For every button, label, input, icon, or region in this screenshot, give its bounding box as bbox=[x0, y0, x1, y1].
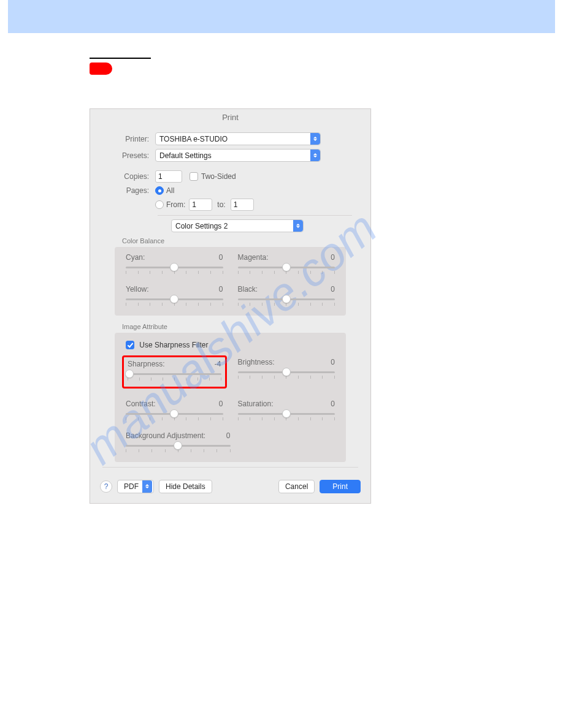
print-label: Print bbox=[332, 482, 348, 491]
two-sided-label: Two-Sided bbox=[201, 172, 236, 181]
pages-all-label: All bbox=[166, 186, 174, 195]
background-value: 0 bbox=[226, 431, 231, 440]
slider-thumb[interactable] bbox=[170, 295, 178, 303]
slider-thumb[interactable] bbox=[282, 368, 291, 376]
print-button[interactable]: Print bbox=[320, 480, 361, 493]
use-sharpness-label: Use Sharpness Filter bbox=[139, 341, 208, 349]
cyan-label: Cyan: bbox=[126, 253, 219, 262]
magenta-label: Magenta: bbox=[238, 253, 331, 262]
help-button[interactable]: ? bbox=[100, 480, 112, 493]
cyan-value: 0 bbox=[219, 253, 223, 262]
brightness-value: 0 bbox=[331, 358, 335, 366]
saturation-slider[interactable] bbox=[238, 413, 335, 415]
section-value: Color Settings 2 bbox=[175, 222, 228, 230]
magenta-value: 0 bbox=[331, 253, 335, 262]
two-sided-checkbox[interactable] bbox=[190, 172, 198, 181]
color-balance-panel: Cyan:0 Magenta:0 Yellow:0 bbox=[115, 247, 346, 316]
slider-thumb[interactable] bbox=[282, 409, 291, 418]
copies-label: Copies: bbox=[100, 172, 155, 181]
printer-label: Printer: bbox=[100, 135, 155, 143]
slider-thumb[interactable] bbox=[170, 409, 178, 418]
slider-thumb[interactable] bbox=[282, 295, 291, 303]
copies-input[interactable] bbox=[155, 170, 182, 183]
pages-to-label: to: bbox=[212, 200, 230, 209]
image-attribute-panel: Use Sharpness Filter Sharpness:-4 Bright… bbox=[115, 333, 346, 462]
red-highlight-box bbox=[90, 63, 112, 75]
printer-value: TOSHIBA e-STUDIO bbox=[159, 135, 228, 143]
top-banner bbox=[8, 0, 555, 33]
chevron-down-icon bbox=[142, 480, 152, 493]
pdf-button[interactable]: PDF bbox=[117, 480, 154, 493]
pages-from-label: From: bbox=[166, 200, 185, 209]
presets-value: Default Settings bbox=[159, 151, 212, 160]
pages-to-input[interactable] bbox=[231, 199, 254, 211]
heading-underline bbox=[90, 58, 151, 59]
sharpness-label: Sharpness: bbox=[128, 360, 215, 368]
updown-icon bbox=[310, 150, 320, 161]
cancel-label: Cancel bbox=[285, 482, 308, 491]
yellow-slider[interactable] bbox=[126, 298, 223, 300]
pages-from-radio[interactable] bbox=[155, 200, 164, 209]
background-slider[interactable] bbox=[126, 445, 231, 447]
yellow-label: Yellow: bbox=[126, 285, 219, 294]
hide-details-button[interactable]: Hide Details bbox=[159, 480, 212, 493]
slider-thumb[interactable] bbox=[170, 263, 178, 271]
image-attribute-heading: Image Attribute bbox=[122, 323, 346, 330]
cancel-button[interactable]: Cancel bbox=[278, 480, 315, 493]
printer-select[interactable]: TOSHIBA e-STUDIO bbox=[155, 132, 321, 145]
brightness-slider[interactable] bbox=[238, 371, 335, 373]
dialog-title: Print bbox=[90, 109, 370, 131]
magenta-slider[interactable] bbox=[238, 267, 335, 268]
sharpness-slider[interactable] bbox=[128, 373, 221, 375]
sharpness-highlight: Sharpness:-4 bbox=[122, 355, 227, 389]
saturation-label: Saturation: bbox=[238, 400, 331, 408]
presets-select[interactable]: Default Settings bbox=[155, 149, 321, 162]
black-slider[interactable] bbox=[238, 298, 335, 300]
cyan-slider[interactable] bbox=[126, 267, 223, 268]
pages-all-radio[interactable] bbox=[155, 186, 164, 195]
brightness-label: Brightness: bbox=[238, 358, 331, 366]
pages-label: Pages: bbox=[100, 186, 155, 195]
yellow-value: 0 bbox=[219, 285, 223, 294]
sharpness-value: -4 bbox=[215, 360, 221, 368]
color-balance-heading: Color Balance bbox=[122, 237, 346, 245]
slider-thumb[interactable] bbox=[125, 370, 134, 378]
section-select[interactable]: Color Settings 2 bbox=[171, 219, 304, 232]
contrast-slider[interactable] bbox=[126, 413, 223, 415]
black-value: 0 bbox=[331, 285, 335, 294]
pages-from-input[interactable] bbox=[189, 199, 212, 211]
saturation-value: 0 bbox=[331, 400, 335, 408]
black-label: Black: bbox=[238, 285, 331, 294]
pdf-label: PDF bbox=[124, 482, 139, 491]
contrast-value: 0 bbox=[219, 400, 223, 408]
slider-thumb[interactable] bbox=[282, 263, 291, 271]
presets-label: Presets: bbox=[100, 151, 155, 160]
updown-icon bbox=[293, 220, 303, 232]
slider-thumb[interactable] bbox=[174, 441, 182, 450]
hide-details-label: Hide Details bbox=[166, 482, 205, 491]
contrast-label: Contrast: bbox=[126, 400, 219, 408]
print-dialog: manualshive.com Print Printer: TOSHIBA e… bbox=[90, 108, 371, 504]
use-sharpness-checkbox[interactable] bbox=[126, 341, 134, 349]
background-label: Background Adjustment: bbox=[126, 431, 226, 440]
updown-icon bbox=[310, 133, 320, 145]
